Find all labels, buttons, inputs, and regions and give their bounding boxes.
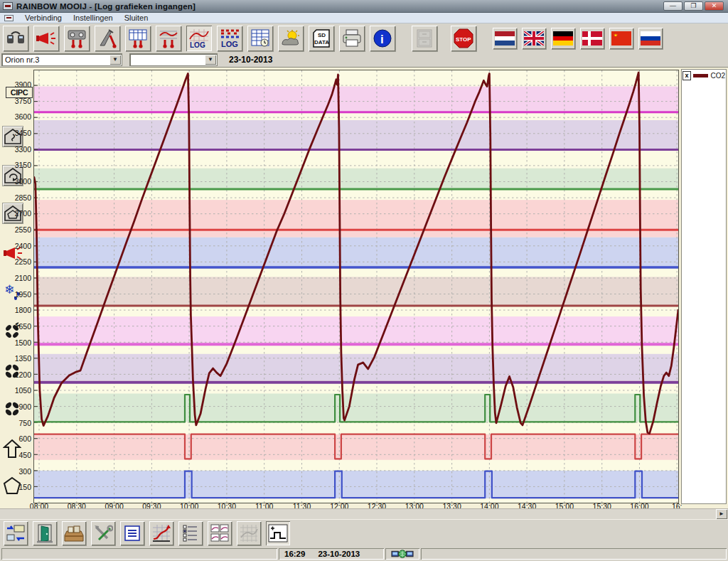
y-tick-label: 2250 (0, 257, 31, 266)
calibration-icon (97, 28, 117, 48)
language-english-button[interactable] (522, 28, 546, 49)
horn-icon (36, 29, 57, 48)
info-icon: i (373, 28, 392, 48)
co2-series-swatch (693, 74, 709, 78)
mdi-child-icon (4, 15, 14, 21)
network-connection-icon (391, 549, 414, 560)
status-time: 16:29 (284, 550, 305, 558)
bottom-toolbar (0, 519, 728, 547)
language-german-button[interactable] (551, 28, 575, 49)
y-tick-label: 1500 (0, 338, 31, 347)
y-tick-label: 2700 (0, 209, 31, 218)
svg-text:DATA: DATA (314, 39, 329, 46)
menu-verbinding[interactable]: Verbinding (25, 14, 62, 22)
flag-cn-icon (611, 31, 631, 46)
sd-data-button[interactable]: SD DATA (309, 26, 334, 51)
y-tick-label: 3450 (0, 129, 31, 137)
unit-selector[interactable]: Orion nr.3 ▼ (1, 53, 122, 66)
menu-instellingen[interactable]: Instellingen (73, 14, 113, 22)
transfer-button[interactable] (4, 521, 28, 545)
alarm-horn-button[interactable] (33, 26, 59, 51)
cabinet-icon (415, 28, 434, 48)
graph-temperatures-button[interactable] (156, 26, 181, 51)
chevron-down-icon[interactable]: ▼ (109, 55, 121, 65)
language-chinese-button[interactable] (609, 28, 633, 49)
menu-bar: Verbinding Instellingen Sluiten (0, 13, 728, 23)
table-clock-icon (250, 28, 270, 48)
svg-text:LOG: LOG (190, 41, 205, 49)
window-title: RAINBOW MOOIJ - [Log grafieken ingangen] (16, 2, 196, 11)
flag-dk-icon (582, 31, 602, 46)
unit-selector-value: Orion nr.3 (5, 55, 39, 64)
selector-row: Orion nr.3 ▼ ▼ 23-10-2013 (0, 53, 728, 67)
status-bar: 16:29 23-10-2013 (0, 547, 728, 561)
flag-uk-icon (524, 31, 544, 46)
minimize-button[interactable]: — (663, 1, 682, 11)
y-tick-label: 3750 (0, 97, 31, 105)
status-connection (385, 548, 419, 560)
y-tick-label: 2100 (0, 274, 31, 282)
scroll-right-button[interactable]: ► (716, 509, 727, 519)
print-button[interactable] (339, 26, 365, 51)
y-tick-label: 1050 (0, 386, 31, 395)
list-icon (124, 525, 141, 542)
chevron-down-icon[interactable]: ▼ (205, 55, 216, 65)
flag-nl-icon (495, 31, 515, 46)
y-tick-label: 1200 (0, 370, 31, 379)
calibration-button[interactable] (95, 26, 120, 51)
weather-button[interactable] (278, 26, 304, 51)
archive-cabinet-button (412, 26, 437, 51)
svg-text:STOP: STOP (456, 36, 471, 43)
language-dutch-button[interactable] (493, 28, 517, 49)
controller-panel-icon (67, 28, 87, 48)
tools-icon (93, 524, 113, 543)
language-danish-button[interactable] (580, 28, 604, 49)
multi-graph-button[interactable] (208, 521, 232, 545)
log-plot (33, 70, 679, 503)
menu-sluiten[interactable]: Sluiten (124, 14, 149, 22)
log-outputs-button[interactable]: LOG (217, 26, 242, 51)
grid-graph-button (237, 521, 261, 545)
y-tick-label: 3900 (0, 80, 31, 89)
stop-icon: STOP (453, 28, 474, 49)
graph-thermometer-icon (159, 28, 178, 48)
channel-checkboxes-icon (181, 524, 200, 543)
y-tick-label: 2550 (0, 225, 31, 234)
channel-select-button[interactable] (178, 521, 203, 545)
y-tick-label: 300 (0, 467, 31, 476)
day-temperatures-button[interactable] (125, 26, 151, 51)
y-tick-label: 3150 (0, 161, 31, 169)
top-toolbar: LOG LOG (0, 23, 728, 53)
app-window: RAINBOW MOOIJ - [Log grafieken ingangen]… (0, 0, 728, 561)
close-button[interactable]: ✕ (705, 1, 724, 11)
legend-panel: x CO2 (681, 69, 727, 504)
maximize-button[interactable]: ❐ (684, 1, 703, 11)
digital-signals-button[interactable] (266, 521, 290, 545)
info-button[interactable]: i (370, 26, 395, 51)
log-bars-icon: LOG (219, 28, 240, 49)
exit-button[interactable] (33, 521, 57, 545)
trend-graph-button[interactable] (149, 521, 173, 545)
stop-button[interactable]: STOP (451, 26, 476, 51)
y-tick-label: 900 (0, 402, 31, 411)
controller-panel-button[interactable] (64, 26, 90, 51)
log-graph-icon: LOG (188, 28, 210, 49)
connect-button[interactable] (3, 26, 28, 51)
legend-close-checkbox[interactable]: x (682, 71, 691, 80)
y-tick-label: 2850 (0, 193, 31, 202)
y-tick-label: 3000 (0, 177, 31, 186)
data-table-button[interactable] (247, 26, 273, 51)
archive-box-button[interactable] (62, 521, 86, 545)
log-graph-inputs-button[interactable]: LOG (186, 26, 212, 51)
multi-graph-icon (210, 523, 230, 543)
list-view-button[interactable] (120, 521, 144, 545)
horizontal-scrollbar[interactable]: ► (0, 508, 728, 519)
connect-icon (6, 28, 26, 48)
flag-ru-icon (641, 31, 660, 46)
secondary-selector[interactable]: ▼ (129, 53, 218, 66)
status-empty-left (1, 548, 277, 560)
status-empty-right (421, 548, 727, 560)
language-russian-button[interactable] (638, 28, 663, 49)
title-bar: RAINBOW MOOIJ - [Log grafieken ingangen]… (0, 0, 728, 13)
settings-tools-button[interactable] (91, 521, 115, 545)
